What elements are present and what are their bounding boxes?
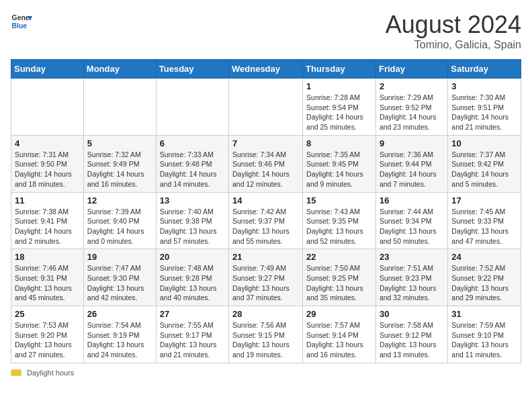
day-info: Sunrise: 7:35 AMSunset: 9:45 PMDaylight:…: [306, 150, 372, 189]
day-info: Sunrise: 7:38 AMSunset: 9:41 PMDaylight:…: [15, 207, 80, 246]
day-info: Sunrise: 7:56 AMSunset: 9:15 PMDaylight:…: [232, 320, 299, 360]
day-info: Sunrise: 7:58 AMSunset: 9:12 PMDaylight:…: [380, 320, 444, 360]
title-block: August 2024 Tomino, Galicia, Spain: [386, 11, 521, 51]
calendar-cell: 2Sunrise: 7:29 AMSunset: 9:52 PMDaylight…: [375, 79, 447, 136]
day-number: 31: [451, 309, 517, 319]
day-number: 15: [306, 195, 372, 205]
calendar-week-row: 11Sunrise: 7:38 AMSunset: 9:41 PMDayligh…: [11, 192, 521, 249]
logo-icon: General Blue: [11, 11, 32, 32]
day-info: Sunrise: 7:33 AMSunset: 9:48 PMDaylight:…: [160, 150, 225, 189]
calendar-week-row: 18Sunrise: 7:46 AMSunset: 9:31 PMDayligh…: [11, 249, 521, 306]
day-info: Sunrise: 7:39 AMSunset: 9:40 PMDaylight:…: [87, 207, 152, 246]
calendar-cell: 3Sunrise: 7:30 AMSunset: 9:51 PMDaylight…: [448, 79, 521, 136]
day-number: 25: [15, 309, 80, 319]
day-number: 30: [380, 309, 444, 319]
day-info: Sunrise: 7:40 AMSunset: 9:38 PMDaylight:…: [160, 207, 225, 246]
day-info: Sunrise: 7:47 AMSunset: 9:30 PMDaylight:…: [87, 263, 152, 303]
day-info: Sunrise: 7:44 AMSunset: 9:34 PMDaylight:…: [380, 207, 444, 246]
calendar-cell: 27Sunrise: 7:55 AMSunset: 9:17 PMDayligh…: [156, 306, 228, 363]
location: Tomino, Galicia, Spain: [386, 39, 521, 51]
calendar-cell: 1Sunrise: 7:28 AMSunset: 9:54 PMDaylight…: [303, 79, 376, 136]
calendar-cell: 16Sunrise: 7:44 AMSunset: 9:34 PMDayligh…: [375, 192, 447, 249]
day-number: 19: [87, 252, 152, 262]
calendar-cell: 18Sunrise: 7:46 AMSunset: 9:31 PMDayligh…: [11, 249, 84, 306]
day-info: Sunrise: 7:52 AMSunset: 9:22 PMDaylight:…: [451, 263, 517, 303]
day-info: Sunrise: 7:50 AMSunset: 9:25 PMDaylight:…: [306, 263, 372, 303]
day-number: 4: [15, 138, 80, 148]
calendar-cell: 29Sunrise: 7:57 AMSunset: 9:14 PMDayligh…: [303, 306, 376, 363]
day-number: 26: [87, 309, 152, 319]
calendar-cell: 26Sunrise: 7:54 AMSunset: 9:19 PMDayligh…: [83, 306, 156, 363]
calendar-table: SundayMondayTuesdayWednesdayThursdayFrid…: [11, 59, 521, 363]
day-info: Sunrise: 7:54 AMSunset: 9:19 PMDaylight:…: [87, 320, 152, 360]
day-info: Sunrise: 7:36 AMSunset: 9:44 PMDaylight:…: [380, 150, 444, 189]
day-info: Sunrise: 7:28 AMSunset: 9:54 PMDaylight:…: [306, 93, 372, 132]
day-number: 29: [306, 309, 372, 319]
calendar-week-row: 25Sunrise: 7:53 AMSunset: 9:20 PMDayligh…: [11, 306, 521, 363]
day-of-week-header: Thursday: [303, 60, 376, 79]
day-number: 28: [232, 309, 299, 319]
calendar-cell: [11, 79, 84, 136]
day-number: 9: [380, 138, 444, 148]
calendar-cell: 7Sunrise: 7:34 AMSunset: 9:46 PMDaylight…: [229, 135, 303, 192]
footer: Daylight hours: [11, 369, 521, 377]
day-number: 21: [232, 252, 299, 262]
calendar-cell: 24Sunrise: 7:52 AMSunset: 9:22 PMDayligh…: [448, 249, 521, 306]
calendar-cell: 8Sunrise: 7:35 AMSunset: 9:45 PMDaylight…: [303, 135, 376, 192]
day-info: Sunrise: 7:34 AMSunset: 9:46 PMDaylight:…: [232, 150, 299, 189]
calendar-cell: 4Sunrise: 7:31 AMSunset: 9:50 PMDaylight…: [11, 135, 84, 192]
page-header: General Blue August 2024 Tomino, Galicia…: [11, 11, 521, 51]
calendar-cell: 14Sunrise: 7:42 AMSunset: 9:37 PMDayligh…: [229, 192, 303, 249]
day-number: 12: [87, 195, 152, 205]
day-info: Sunrise: 7:57 AMSunset: 9:14 PMDaylight:…: [306, 320, 372, 360]
calendar-cell: [83, 79, 156, 136]
calendar-cell: [229, 79, 303, 136]
day-info: Sunrise: 7:43 AMSunset: 9:35 PMDaylight:…: [306, 207, 372, 246]
calendar-cell: 6Sunrise: 7:33 AMSunset: 9:48 PMDaylight…: [156, 135, 228, 192]
calendar-cell: 22Sunrise: 7:50 AMSunset: 9:25 PMDayligh…: [303, 249, 376, 306]
svg-text:Blue: Blue: [12, 22, 28, 30]
day-info: Sunrise: 7:59 AMSunset: 9:10 PMDaylight:…: [451, 320, 517, 360]
day-info: Sunrise: 7:53 AMSunset: 9:20 PMDaylight:…: [15, 320, 80, 360]
day-info: Sunrise: 7:45 AMSunset: 9:33 PMDaylight:…: [451, 207, 517, 246]
day-info: Sunrise: 7:32 AMSunset: 9:49 PMDaylight:…: [87, 150, 152, 189]
day-of-week-header: Saturday: [448, 60, 521, 79]
calendar-cell: 5Sunrise: 7:32 AMSunset: 9:49 PMDaylight…: [83, 135, 156, 192]
daylight-label: Daylight hours: [27, 369, 74, 377]
day-of-week-header: Monday: [83, 60, 156, 79]
day-of-week-header: Tuesday: [156, 60, 228, 79]
calendar-header-row: SundayMondayTuesdayWednesdayThursdayFrid…: [11, 60, 521, 79]
day-number: 24: [451, 252, 517, 262]
day-info: Sunrise: 7:29 AMSunset: 9:52 PMDaylight:…: [380, 93, 444, 132]
day-info: Sunrise: 7:30 AMSunset: 9:51 PMDaylight:…: [451, 93, 517, 132]
day-info: Sunrise: 7:37 AMSunset: 9:42 PMDaylight:…: [451, 150, 517, 189]
day-of-week-header: Sunday: [11, 60, 84, 79]
day-number: 27: [160, 309, 225, 319]
day-number: 10: [451, 138, 517, 148]
calendar-cell: 11Sunrise: 7:38 AMSunset: 9:41 PMDayligh…: [11, 192, 84, 249]
calendar-cell: [156, 79, 228, 136]
day-info: Sunrise: 7:48 AMSunset: 9:28 PMDaylight:…: [160, 263, 225, 303]
day-number: 3: [451, 81, 517, 91]
calendar-cell: 9Sunrise: 7:36 AMSunset: 9:44 PMDaylight…: [375, 135, 447, 192]
day-number: 14: [232, 195, 299, 205]
day-number: 13: [160, 195, 225, 205]
calendar-cell: 10Sunrise: 7:37 AMSunset: 9:42 PMDayligh…: [448, 135, 521, 192]
calendar-cell: 17Sunrise: 7:45 AMSunset: 9:33 PMDayligh…: [448, 192, 521, 249]
day-number: 7: [232, 138, 299, 148]
day-number: 20: [160, 252, 225, 262]
calendar-cell: 21Sunrise: 7:49 AMSunset: 9:27 PMDayligh…: [229, 249, 303, 306]
day-number: 18: [15, 252, 80, 262]
calendar-cell: 28Sunrise: 7:56 AMSunset: 9:15 PMDayligh…: [229, 306, 303, 363]
day-number: 11: [15, 195, 80, 205]
calendar-cell: 31Sunrise: 7:59 AMSunset: 9:10 PMDayligh…: [448, 306, 521, 363]
day-number: 1: [306, 81, 372, 91]
month-year: August 2024: [386, 11, 521, 39]
calendar-week-row: 4Sunrise: 7:31 AMSunset: 9:50 PMDaylight…: [11, 135, 521, 192]
day-number: 2: [380, 81, 444, 91]
calendar-cell: 30Sunrise: 7:58 AMSunset: 9:12 PMDayligh…: [375, 306, 447, 363]
day-number: 23: [380, 252, 444, 262]
day-info: Sunrise: 7:31 AMSunset: 9:50 PMDaylight:…: [15, 150, 80, 189]
calendar-cell: 23Sunrise: 7:51 AMSunset: 9:23 PMDayligh…: [375, 249, 447, 306]
calendar-body: 1Sunrise: 7:28 AMSunset: 9:54 PMDaylight…: [11, 79, 521, 363]
